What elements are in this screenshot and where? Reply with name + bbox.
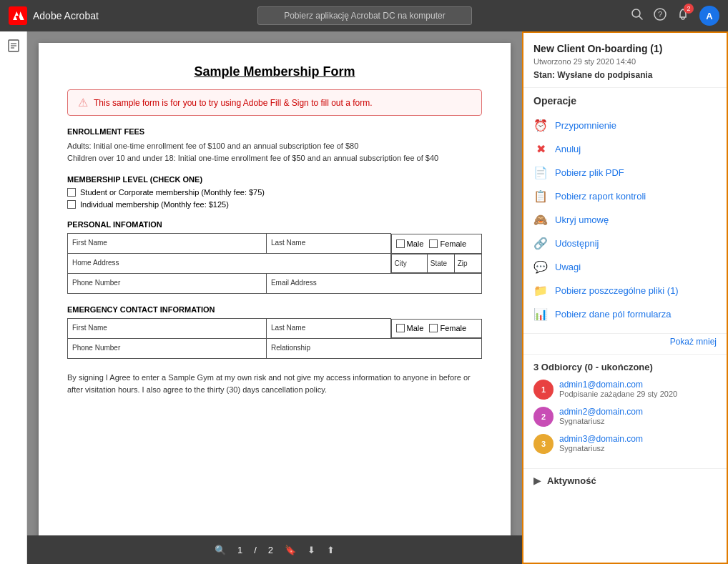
membership-opt2-label: Individual membership (Monthly fee: $125… (80, 200, 229, 209)
bookmark-icon[interactable]: 🔖 (285, 545, 296, 555)
upload-icon[interactable]: ⬆ (327, 545, 335, 555)
activity-section[interactable]: ▶ Aktywność (523, 468, 727, 492)
recipient-1-email[interactable]: admin1@domain.com (559, 380, 717, 390)
membership-option-2: Individual membership (Monthly fee: $125… (67, 200, 482, 209)
checkbox-student[interactable] (67, 188, 76, 197)
alert-text: This sample form is for you to try using… (94, 98, 373, 108)
emg-last-name-label: Last Name (271, 322, 386, 332)
promo-bar[interactable]: Pobierz aplikację Acrobat DC na komputer (257, 6, 472, 25)
emg-relationship-cell: Relationship (266, 339, 481, 359)
document-area: Sample Membership Form ⚠ This sample for… (27, 31, 522, 564)
op-share-label: Udostępnij (555, 238, 599, 249)
op-comments[interactable]: 💬 Uwagi (533, 255, 717, 279)
membership-section-title: MEMBERSHIP LEVEL (CHECK ONE) (67, 175, 482, 184)
personal-section-title: PERSONAL INFOMATION (67, 220, 482, 229)
op-audit[interactable]: 📋 Pobierz raport kontroli (533, 184, 717, 208)
op-comments-label: Uwagi (555, 262, 581, 272)
sidebar-pages-icon[interactable] (6, 39, 21, 56)
emg-first-name-label: First Name (72, 322, 262, 332)
recipients-section: 3 Odbiorcy (0 - ukończone) 1 admin1@doma… (523, 355, 727, 468)
recipient-2-email[interactable]: admin2@domain.com (559, 407, 717, 417)
main-layout: Sample Membership Form ⚠ This sample for… (0, 31, 728, 564)
user-avatar[interactable]: A (699, 6, 719, 26)
membership-opt1-label: Student or Corporate membership (Monthly… (80, 188, 265, 197)
document-bottom-bar: 🔍 1 / 2 🔖 ⬇ ⬆ (27, 535, 522, 564)
email-address-cell: Email Address (266, 274, 481, 294)
document-title: Sample Membership Form (67, 64, 482, 79)
checkbox-female[interactable] (429, 239, 438, 248)
op-pdf[interactable]: 📄 Pobierz plik PDF (533, 161, 717, 184)
city-label: City (395, 257, 424, 267)
last-name-cell: Last Name (266, 234, 390, 254)
op-form-data-label: Pobierz dane pól formularza (555, 309, 672, 320)
checkbox-individual[interactable] (67, 200, 76, 209)
female-label: Female (440, 239, 466, 248)
notification-badge: 2 (684, 4, 694, 14)
op-reminder-label: Przypomnienie (555, 120, 616, 131)
recipient-2: 2 admin2@domain.com Sygnatariusz (533, 407, 717, 427)
document-page: Sample Membership Form ⚠ This sample for… (39, 43, 511, 543)
emg-female-label: Female (440, 324, 466, 332)
hide-icon: 🙈 (533, 213, 548, 227)
form-data-icon: 📊 (533, 307, 548, 321)
recipient-3-avatar: 3 (533, 434, 554, 454)
emg-male-check: Male (396, 324, 424, 332)
recipient-2-sub: Sygnatariusz (559, 417, 717, 425)
reminder-icon: ⏰ (533, 119, 548, 132)
checkbox-emg-male[interactable] (396, 324, 405, 332)
recipient-1-info: admin1@domain.com Podpisanie zażądane 29… (559, 380, 717, 398)
emergency-section-title: EMERGENCY CONTACT INFORMATION (67, 305, 482, 314)
agreement-text: By signing I Agree to enter a Sample Gym… (67, 372, 482, 395)
op-audit-label: Pobierz raport kontroli (555, 191, 646, 202)
emg-male-label: Male (407, 324, 424, 332)
share-icon: 🔗 (533, 237, 548, 250)
operations-section: Operacje ⏰ Przypomnienie ✖ Anuluj 📄 Pobi… (523, 88, 727, 334)
checkbox-male[interactable] (396, 239, 405, 248)
app-logo: Adobe Acrobat (9, 6, 99, 25)
recipient-3-email[interactable]: admin3@domain.com (559, 434, 717, 444)
audit-icon: 📋 (533, 189, 548, 203)
emg-gender-outer: Male Female (390, 319, 481, 339)
adobe-logo-icon (9, 6, 27, 25)
op-pdf-label: Pobierz plik PDF (555, 167, 624, 178)
email-address-label: Email Address (271, 277, 477, 287)
notifications-icon[interactable]: 2 (677, 8, 689, 24)
enrollment-section-title: ENROLLMENT FEES (67, 127, 482, 136)
first-name-cell: First Name (68, 234, 267, 254)
checkbox-emg-female[interactable] (429, 324, 438, 332)
op-hide[interactable]: 🙈 Ukryj umowę (533, 208, 717, 232)
emg-phone-cell: Phone Number (68, 339, 267, 359)
comments-icon: 💬 (533, 260, 548, 274)
rp-status-value: Wysłane do podpisania (557, 70, 652, 80)
op-reminder[interactable]: ⏰ Przypomnienie (533, 114, 717, 137)
recipient-1-avatar: 1 (533, 380, 554, 400)
op-form-data[interactable]: 📊 Pobierz dane pól formularza (533, 302, 717, 326)
topbar-right: ? 2 A (631, 6, 719, 26)
home-address-label: Home Address (72, 257, 386, 267)
search-tool-icon[interactable]: 🔍 (215, 545, 226, 555)
op-files[interactable]: 📁 Pobierz poszczególne pliki (1) (533, 279, 717, 302)
app-name: Adobe Acrobat (33, 10, 99, 21)
show-less-button[interactable]: Pokaż mniej (523, 334, 727, 355)
svg-text:?: ? (658, 10, 662, 19)
left-sidebar (0, 31, 27, 564)
search-icon[interactable] (631, 8, 644, 24)
emg-phone-label: Phone Number (72, 342, 262, 352)
recipient-2-info: admin2@domain.com Sygnatariusz (559, 407, 717, 425)
svg-line-2 (639, 16, 643, 20)
home-address-cell: Home Address (68, 254, 391, 274)
emergency-info-table: First Name Last Name Male (67, 318, 482, 359)
first-name-label: First Name (72, 237, 262, 247)
page-current: 1 (237, 545, 242, 555)
op-files-label: Pobierz poszczególne pliki (1) (555, 285, 679, 296)
op-share[interactable]: 🔗 Udostępnij (533, 232, 717, 255)
city-state-zip-outer: City State Zip (390, 254, 481, 274)
download-icon[interactable]: ⬇ (308, 545, 315, 555)
op-cancel[interactable]: ✖ Anuluj (533, 137, 717, 161)
personal-info-table: First Name Last Name Male (67, 233, 482, 294)
gender-outer-cell: Male Female (390, 234, 481, 254)
op-hide-label: Ukryj umowę (555, 214, 609, 225)
recipients-title: 3 Odbiorcy (0 - ukończone) (533, 362, 717, 372)
page-separator: / (254, 545, 257, 555)
help-icon[interactable]: ? (654, 8, 666, 24)
